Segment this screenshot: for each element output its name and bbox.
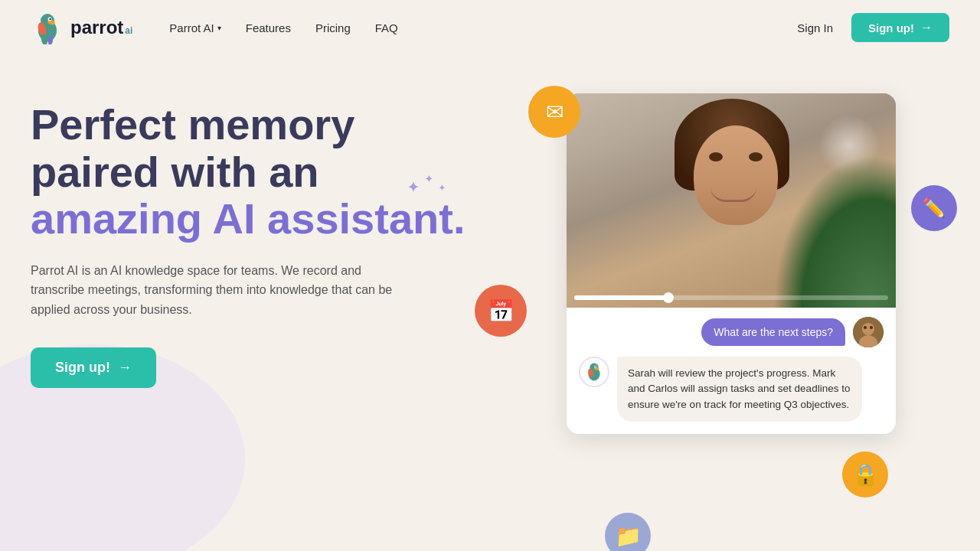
cta-arrow-icon: → <box>118 360 132 376</box>
svg-point-18 <box>595 366 596 367</box>
response-bubble: Sarah will review the project's progress… <box>617 357 862 422</box>
svg-point-12 <box>864 326 867 329</box>
chat-question-row: What are the next steps? <box>579 317 884 347</box>
lock-icon: 🔒 <box>852 462 879 487</box>
hero-left: Perfect memory paired with an amazing AI… <box>31 86 475 388</box>
video-thumbnail <box>567 93 896 308</box>
hero-title: Perfect memory paired with an amazing AI… <box>31 101 475 243</box>
progress-fill <box>574 295 668 300</box>
edit-icon-circle: ✏️ <box>911 185 957 231</box>
demo-card: What are the next steps? <box>567 93 896 434</box>
logo[interactable]: parrotai <box>31 11 132 44</box>
calendar-icon: 📅 <box>488 298 514 324</box>
chat-area: What are the next steps? <box>567 308 896 434</box>
mouth <box>710 187 756 202</box>
inbox-icon-circle: ✉ <box>528 86 580 138</box>
edit-icon: ✏️ <box>923 197 946 219</box>
calendar-icon-circle: 📅 <box>475 285 527 337</box>
parrot-logo-icon <box>31 11 64 44</box>
svg-point-5 <box>49 18 51 20</box>
nav-signup-button[interactable]: Sign up! → <box>851 13 949 42</box>
video-progress-bar[interactable] <box>574 295 888 300</box>
nav-actions: Sign In Sign up! → <box>797 13 949 42</box>
parrot-response-icon <box>583 361 605 383</box>
progress-dot <box>663 292 674 303</box>
hero-right: ✉ 📅 ✏️ 🔒 📁 <box>475 86 949 551</box>
svg-point-10 <box>862 323 874 335</box>
face <box>694 126 778 225</box>
sparkle-small-icon: ✦ <box>425 174 433 184</box>
folder-icon: 📁 <box>615 523 642 549</box>
arrow-right-icon: → <box>920 21 933 34</box>
left-eye <box>709 152 723 161</box>
brand-name: parrotai <box>70 17 132 38</box>
parrot-avatar <box>579 357 609 387</box>
nav-links: Parrot AI ▾ Features Pricing FAQ <box>169 21 797 34</box>
user-avatar-image <box>853 317 884 347</box>
svg-point-13 <box>870 326 873 329</box>
hero-signup-button[interactable]: Sign up! → <box>31 347 156 388</box>
sign-in-button[interactable]: Sign In <box>797 21 833 34</box>
nav-parrot-ai[interactable]: Parrot AI ▾ <box>169 21 220 34</box>
hero-highlight: amazing AI assistant. ✦ ✦ ✦ <box>31 194 465 243</box>
folder-icon-circle: 📁 <box>605 513 651 551</box>
nav-features[interactable]: Features <box>246 21 291 34</box>
nav-pricing[interactable]: Pricing <box>315 21 351 34</box>
hero-section: Perfect memory paired with an amazing AI… <box>0 55 980 551</box>
navbar: parrotai Parrot AI ▾ Features Pricing FA… <box>0 0 980 55</box>
right-eye <box>749 152 763 161</box>
inbox-icon: ✉ <box>546 99 564 125</box>
chevron-down-icon: ▾ <box>217 24 221 32</box>
sparkle-tiny-icon: ✦ <box>439 184 445 192</box>
user-avatar <box>853 317 884 347</box>
hero-description: Parrot AI is an AI knowledge space for t… <box>31 261 413 320</box>
question-bubble: What are the next steps? <box>701 318 845 346</box>
face-area <box>682 110 782 233</box>
nav-faq[interactable]: FAQ <box>375 21 398 34</box>
sparkle-icon: ✦ <box>407 181 419 196</box>
plant-bg <box>773 155 896 308</box>
chat-response-row: Sarah will review the project's progress… <box>579 357 884 422</box>
lock-icon-circle: 🔒 <box>842 452 888 497</box>
